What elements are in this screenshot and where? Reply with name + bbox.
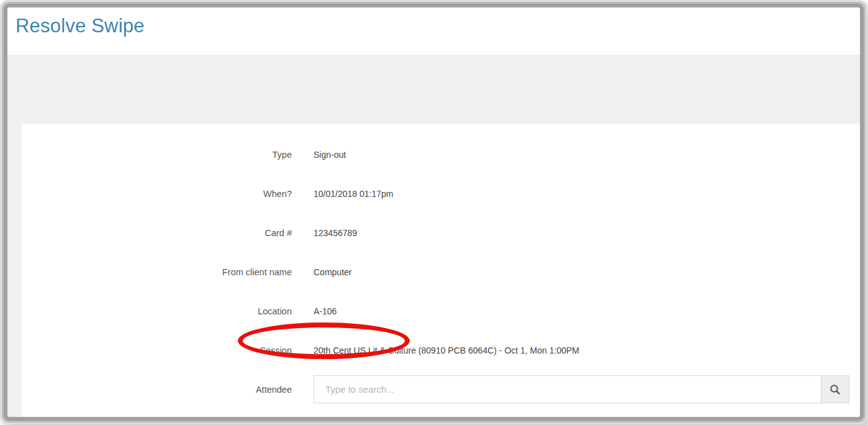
page-header: Resolve Swipe xyxy=(7,7,860,55)
form-row-when: When? 10/01/2018 01:17pm xyxy=(22,174,860,213)
attendee-search-input[interactable] xyxy=(314,375,821,403)
app-window: Resolve Swipe Type Sign-out When? 10/01/… xyxy=(7,7,860,417)
type-label: Type xyxy=(22,150,292,160)
card-number-label: Card # xyxy=(22,228,292,238)
form-row-card-number: Card # 123456789 xyxy=(22,213,860,252)
form-row-client-name: From client name Computer xyxy=(22,252,860,291)
form-row-attendee: Attendee xyxy=(22,370,860,409)
form-row-location: Location A-106 xyxy=(22,291,860,331)
page-title: Resolve Swipe xyxy=(16,15,860,37)
location-value: A-106 xyxy=(314,306,337,316)
form-row-type: Type Sign-out xyxy=(22,135,860,174)
attendee-label: Attendee xyxy=(22,385,292,395)
magnifier-icon xyxy=(830,384,841,395)
when-label: When? xyxy=(22,189,292,199)
when-value: 10/01/2018 01:17pm xyxy=(314,189,393,199)
client-name-label: From client name xyxy=(22,267,292,277)
card-number-value: 123456789 xyxy=(314,228,357,238)
form-row-session: Session 20th Cent US Lit & Culture (8091… xyxy=(22,331,860,370)
page-background: Type Sign-out When? 10/01/2018 01:17pm C… xyxy=(7,55,860,417)
type-value: Sign-out xyxy=(314,150,346,160)
client-name-value: Computer xyxy=(314,267,351,277)
resolve-swipe-form-panel: Type Sign-out When? 10/01/2018 01:17pm C… xyxy=(22,124,860,417)
location-label: Location xyxy=(22,306,292,316)
session-label: Session xyxy=(22,345,292,355)
session-value: 20th Cent US Lit & Culture (80910 PCB 60… xyxy=(314,345,579,355)
attendee-search-group xyxy=(314,375,849,403)
attendee-search-button[interactable] xyxy=(821,375,849,403)
